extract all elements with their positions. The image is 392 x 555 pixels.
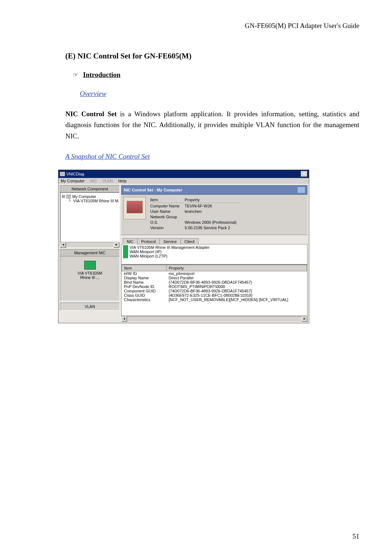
- prop-value: Direct Parallel: [167, 276, 307, 280]
- content-header: NIC Control Set : My Computer: [121, 185, 307, 195]
- prop-value: {4D36E972-E325-11CE-BFC1-08002BE10318}: [167, 293, 307, 297]
- hand-icon: ☞: [73, 71, 78, 78]
- nic-icon: [123, 245, 128, 250]
- menu-help[interactable]: Help: [118, 179, 127, 183]
- tab-service[interactable]: Service: [159, 238, 181, 244]
- arrow-right-icon[interactable]: ►: [302, 316, 307, 322]
- network-component-panel: Network Component ⊟ My Computer └ VIA VT…: [60, 185, 120, 248]
- panel-head-vlan: VLAN: [60, 303, 119, 310]
- list-item[interactable]: WAN Miniport (IP): [130, 250, 162, 254]
- nic-icon: [123, 250, 128, 254]
- panel-head-mgmt: Management NIC: [60, 250, 119, 256]
- sys-label: User Name: [150, 209, 184, 214]
- tree-root[interactable]: My Computer: [72, 194, 96, 199]
- close-button[interactable]: ×: [301, 171, 307, 177]
- prop-col-item[interactable]: Item: [122, 265, 167, 271]
- sys-label: Version: [150, 226, 184, 230]
- nic-icon: [123, 254, 128, 258]
- sys-label: Network Group: [150, 215, 184, 219]
- titlebar[interactable]: VNICDiag ×: [58, 170, 309, 178]
- prop-label: Display Name: [122, 276, 167, 280]
- prop-label: Class GUID: [122, 293, 167, 297]
- adapter-icon: [84, 261, 96, 270]
- prop-value: [NCF_NOT_USER_REMOVABLE][NCF_HIDDEN] [NC…: [167, 297, 307, 302]
- mgmt-line2: Rhine III ...: [62, 275, 117, 280]
- intro-line: ☞ Introduction: [73, 71, 359, 79]
- app-title: VNICDiag: [66, 172, 84, 176]
- computer-image-icon: [123, 197, 146, 219]
- scrollbar-horizontal[interactable]: ◄ ►: [60, 242, 119, 247]
- property-table: ItemProperty H/W IDms_ptiminiport Displa…: [121, 264, 307, 316]
- mgmt-line1: VIA VT6105M: [62, 271, 117, 275]
- prop-label: Component GUID: [122, 289, 167, 293]
- intro-label: Introduction: [83, 71, 121, 78]
- arrow-right-icon[interactable]: ►: [114, 242, 119, 248]
- list-item[interactable]: VIA VT6105M Rhine III Management Adapter: [130, 245, 209, 250]
- page-header: GN-FE605(M) PCI Adapter User's Guide: [65, 22, 359, 30]
- sys-value: [185, 215, 241, 219]
- prop-label: H/W ID: [122, 271, 167, 276]
- nic-list[interactable]: VIA VT6105M Rhine III Management Adapter…: [121, 244, 307, 264]
- sys-col-property: Property: [185, 198, 241, 203]
- tree[interactable]: ⊟ My Computer └ VIA VT6105M Rhine III M.: [60, 193, 119, 242]
- sys-value: 5.00.2195 Service Pack 2: [185, 226, 241, 230]
- tree-child[interactable]: VIA VT6105M Rhine III M.: [73, 199, 119, 203]
- sys-value: TEVIN-6F-W2K: [185, 204, 241, 208]
- prop-label: Bind Name: [122, 280, 167, 284]
- tab-protocol[interactable]: Protocol: [137, 238, 160, 244]
- overview-link[interactable]: Overview: [80, 90, 359, 98]
- arrow-left-icon[interactable]: ◄: [121, 316, 127, 322]
- prop-label: PnP DevNode ID: [122, 284, 167, 289]
- sys-label: O.S.: [150, 220, 184, 225]
- scrollbar-horizontal[interactable]: ◄ ►: [121, 316, 307, 321]
- prop-value: {74D072D6-BF36-4893-9926-DBDA1F745457}: [167, 289, 307, 293]
- menu-mycomputer[interactable]: My Computer: [61, 179, 85, 183]
- tab-client[interactable]: Client: [180, 238, 199, 244]
- body-paragraph: NIC Control Set is a Windows platform ap…: [65, 109, 359, 142]
- app-icon: [60, 172, 65, 176]
- prop-col-property[interactable]: Property: [167, 265, 307, 271]
- prop-value: ms_ptiminiport: [167, 271, 307, 276]
- monitor-icon: [298, 187, 305, 193]
- content-title: NIC Control Set : My Computer: [124, 188, 182, 192]
- snapshot-link[interactable]: A Snapshot of NIC Control Set: [65, 153, 359, 161]
- sys-value: tevinchen: [185, 209, 241, 214]
- prop-label: Characteristics: [122, 297, 167, 302]
- management-nic-panel: Management NIC VIA VT6105M Rhine III ...: [60, 249, 120, 301]
- list-item[interactable]: WAN Miniport (L2TP): [130, 254, 167, 258]
- prop-value: ROOT\MS_PTIMINIPORT\0000: [167, 284, 307, 289]
- system-table: ItemProperty Computer NameTEVIN-6F-W2K U…: [150, 197, 242, 231]
- sys-value: Windows 2000 (Professional): [185, 220, 241, 225]
- arrow-left-icon[interactable]: ◄: [60, 242, 66, 248]
- prop-value: {74D072D6-BF36-4893-9926-DBDA1F745457}: [167, 280, 307, 284]
- panel-head-network: Network Component: [60, 186, 119, 193]
- sys-col-item: Item: [150, 198, 184, 203]
- system-info: ItemProperty Computer NameTEVIN-6F-W2K U…: [121, 195, 307, 235]
- menu-nic[interactable]: NIC: [90, 179, 97, 183]
- section-title: (E) NIC Control Set for GN-FE605(M): [65, 52, 359, 61]
- menu-vlan[interactable]: VLAN: [102, 179, 113, 183]
- app-window: VNICDiag × My Computer NIC VLAN Help Net…: [58, 170, 309, 323]
- computer-icon: [66, 194, 71, 199]
- tab-nic[interactable]: NIC: [123, 238, 138, 244]
- page-number: 51: [352, 532, 359, 540]
- menubar[interactable]: My Computer NIC VLAN Help: [58, 178, 309, 184]
- sys-label: Computer Name: [150, 204, 184, 208]
- vlan-panel: VLAN: [60, 303, 120, 311]
- tabs: NIC Protocol Service Client: [121, 238, 307, 244]
